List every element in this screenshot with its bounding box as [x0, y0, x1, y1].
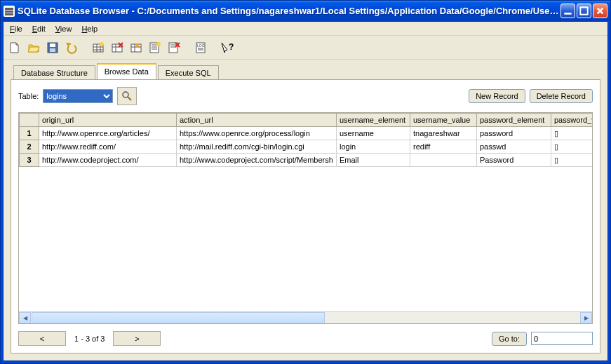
menu-help[interactable]: Help — [76, 23, 102, 34]
table-toolbar: Table: logins New Record Delete Record — [18, 87, 593, 105]
cell[interactable]: tnagareshwar — [410, 127, 477, 140]
rownum-header[interactable] — [20, 114, 39, 127]
tab-execute-sql[interactable]: Execute SQL — [158, 65, 219, 80]
search-button[interactable] — [117, 87, 137, 105]
cell[interactable]: ▯ — [551, 140, 593, 154]
app-window: SQLite Database Browser - C:/Documents a… — [0, 0, 611, 364]
cell[interactable]: Password — [477, 154, 551, 167]
table-header-row: origin_url action_url username_element u… — [20, 114, 593, 127]
col-username-element[interactable]: username_element — [337, 114, 410, 127]
tabstrip: Database Structure Browse Data Execute S… — [4, 60, 607, 79]
whatsthis-icon[interactable]: ? — [219, 39, 236, 56]
cell[interactable]: http://www.openrce.org/articles/ — [39, 127, 177, 140]
open-file-icon[interactable] — [25, 39, 42, 56]
delete-index-icon[interactable] — [166, 39, 182, 56]
cell[interactable] — [410, 154, 477, 167]
window-controls — [560, 4, 607, 18]
svg-text:LOG: LOG — [197, 43, 205, 48]
menu-edit[interactable]: Edit — [27, 23, 51, 34]
cell[interactable]: http://www.codeproject.com/ — [39, 154, 177, 167]
delete-table-icon[interactable] — [109, 39, 126, 56]
svg-line-31 — [128, 97, 131, 100]
menu-file[interactable]: File — [5, 23, 27, 34]
undo-icon[interactable] — [63, 39, 80, 56]
maximize-button[interactable] — [577, 4, 591, 18]
col-action-url[interactable]: action_url — [177, 114, 337, 127]
table-row[interactable]: 1http://www.openrce.org/articles/https:/… — [20, 127, 593, 140]
scroll-left-icon[interactable]: ◀ — [19, 312, 31, 324]
log-icon[interactable]: LOG — [192, 39, 209, 56]
goto-input[interactable] — [531, 332, 593, 345]
save-icon[interactable] — [44, 39, 61, 56]
cell[interactable]: username — [337, 127, 410, 140]
col-username-value[interactable]: username_value — [410, 114, 477, 127]
close-button[interactable] — [593, 4, 607, 18]
row-number[interactable]: 3 — [20, 154, 39, 167]
col-password-element[interactable]: password_element — [477, 114, 551, 127]
svg-rect-1 — [580, 7, 587, 14]
scroll-thumb[interactable] — [32, 312, 325, 324]
prev-page-button[interactable]: < — [18, 331, 66, 346]
data-grid: origin_url action_url username_element u… — [18, 112, 593, 324]
row-number[interactable]: 2 — [20, 140, 39, 154]
cell[interactable]: Email — [337, 154, 410, 167]
cell[interactable]: login — [337, 140, 410, 154]
table-row[interactable]: 3http://www.codeproject.com/http://www.c… — [20, 154, 593, 167]
cell[interactable]: rediff — [410, 140, 477, 154]
modify-table-icon[interactable] — [128, 39, 145, 56]
app-icon — [4, 6, 15, 17]
table-row[interactable]: 2http://www.rediff.com/http://mail.redif… — [20, 140, 593, 154]
new-file-icon[interactable] — [6, 39, 23, 56]
next-page-button[interactable]: > — [113, 331, 161, 346]
tab-database-structure[interactable]: Database Structure — [13, 65, 95, 80]
delete-record-button[interactable]: Delete Record — [530, 89, 593, 103]
table-label: Table: — [18, 92, 39, 100]
record-count: 1 - 3 of 3 — [70, 335, 109, 343]
svg-rect-4 — [50, 48, 55, 52]
scroll-right-icon[interactable]: ▶ — [580, 312, 592, 324]
client-area: File Edit View Help — [3, 21, 608, 361]
minimize-button[interactable] — [560, 4, 575, 18]
table-select[interactable]: logins — [43, 89, 113, 103]
cell[interactable]: http://mail.rediff.com/cgi-bin/login.cgi — [177, 140, 337, 154]
cell[interactable]: https://www.openrce.org/process/login — [177, 127, 337, 140]
tab-browse-data[interactable]: Browse Data — [97, 63, 156, 79]
col-origin-url[interactable]: origin_url — [39, 114, 177, 127]
cell[interactable]: ▯ — [551, 127, 593, 140]
goto-button[interactable]: Go to: — [492, 332, 527, 346]
titlebar[interactable]: SQLite Database Browser - C:/Documents a… — [1, 1, 610, 21]
toolbar: LOG ? — [4, 36, 607, 60]
svg-rect-0 — [564, 13, 571, 15]
row-number[interactable]: 1 — [20, 127, 39, 140]
svg-rect-3 — [50, 43, 55, 47]
cell[interactable]: password — [477, 127, 551, 140]
svg-text:?: ? — [229, 42, 234, 52]
svg-point-10 — [100, 42, 104, 46]
col-password-value[interactable]: password_value — [551, 114, 593, 127]
svg-point-21 — [156, 42, 161, 46]
cell[interactable]: passwd — [477, 140, 551, 154]
cell[interactable]: http://www.codeproject.com/script/Member… — [177, 154, 337, 167]
pager: < 1 - 3 of 3 > Go to: — [18, 331, 593, 346]
cell[interactable]: ▯ — [551, 154, 593, 167]
menu-view[interactable]: View — [51, 23, 77, 34]
new-record-button[interactable]: New Record — [469, 89, 525, 103]
tab-content: Table: logins New Record Delete Record — [11, 79, 600, 353]
menubar: File Edit View Help — [4, 22, 607, 36]
create-index-icon[interactable] — [147, 39, 163, 56]
horizontal-scrollbar[interactable]: ◀ ▶ — [19, 311, 592, 323]
window-title: SQLite Database Browser - C:/Documents a… — [18, 6, 560, 16]
svg-point-30 — [123, 92, 128, 97]
create-table-icon[interactable] — [90, 39, 107, 56]
cell[interactable]: http://www.rediff.com/ — [39, 140, 177, 154]
